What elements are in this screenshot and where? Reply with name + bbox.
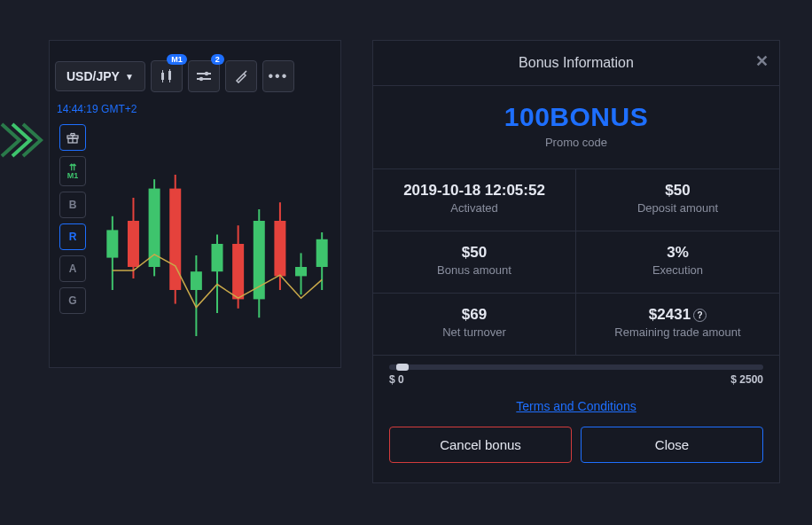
activated-value: 2019-10-18 12:05:52 [382,182,566,200]
turnover-cell: $69 Net turnover [373,294,576,356]
svg-rect-32 [316,239,328,267]
tool-b-button[interactable]: B [59,192,86,218]
bonus-details-grid: 2019-10-18 12:05:52 Activated $50 Deposi… [373,169,779,356]
svg-rect-26 [254,221,265,299]
svg-point-5 [205,72,208,75]
bonus-value: $50 [382,244,566,262]
svg-rect-12 [106,230,118,257]
gift-button[interactable] [59,124,86,151]
caret-down-icon: ▼ [125,72,134,82]
timeframe-m1-button[interactable]: ⇈ M1 [59,156,86,186]
progress-section: $ 0 $ 2500 [373,356,779,391]
cancel-bonus-button[interactable]: Cancel bonus [389,427,572,463]
up-arrows-icon: ⇈ [69,163,76,172]
execution-label: Execution [585,263,770,277]
indicators-badge: 2 [211,54,224,65]
pair-label: USD/JPY [66,69,120,83]
brush-icon [234,69,248,83]
execution-value: 3% [585,244,770,262]
modal-title: Bonus Information [519,55,634,70]
decorative-arrows [0,122,44,158]
progress-thumb [396,364,409,371]
more-button[interactable]: ••• [262,60,294,92]
execution-cell: 3% Execution [576,231,779,294]
remaining-cell: $2431? Remaining trade amount [576,294,779,356]
bonus-label: Bonus amount [382,263,566,277]
progress-max: $ 2500 [730,373,763,386]
svg-rect-30 [295,267,307,276]
remaining-label: Remaining trade amount [585,325,770,339]
promo-section: 100BONUS Promo code [373,86,779,169]
modal-header: Bonus Information ✕ [373,41,779,86]
svg-rect-14 [128,221,139,267]
dots-icon: ••• [268,68,288,84]
remaining-value: $2431? [585,306,770,324]
pair-selector[interactable]: USD/JPY ▼ [55,61,145,91]
deposit-label: Deposit amount [585,201,770,215]
candlestick-type-button[interactable]: M1 [151,60,183,92]
turnover-label: Net turnover [382,325,566,339]
tool-a-button[interactable]: A [59,255,86,282]
sliders-icon [197,71,211,82]
svg-point-7 [199,77,203,81]
modal-actions: Cancel bonus Close [373,427,779,482]
gift-icon [66,130,80,145]
svg-rect-28 [274,221,285,276]
terms-section: Terms and Conditions [373,391,779,427]
deposit-value: $50 [585,182,770,200]
svg-rect-22 [212,244,223,271]
terms-link[interactable]: Terms and Conditions [516,399,636,413]
tool-r-button[interactable]: R [59,223,86,250]
m1-label: M1 [67,172,79,180]
candle-icon [159,68,175,84]
close-button[interactable]: Close [581,427,763,463]
svg-rect-20 [191,271,202,290]
close-icon[interactable]: ✕ [755,51,769,71]
tool-g-button[interactable]: G [59,287,86,314]
deposit-cell: $50 Deposit amount [576,169,779,231]
timeframe-badge: M1 [167,54,187,65]
promo-code: 100BONUS [384,102,769,132]
activated-label: Activated [382,201,566,215]
chart-toolbar: USD/JPY ▼ M1 2 ••• [55,60,294,92]
bonus-cell: $50 Bonus amount [373,231,576,294]
indicators-button[interactable]: 2 [188,60,220,92]
candlestick-chart[interactable] [102,129,332,359]
chart-timestamp: 14:44:19 GMT+2 [57,103,137,115]
drawing-tools-button[interactable] [225,60,257,92]
progress-min: $ 0 [389,373,404,386]
turnover-value: $69 [382,306,566,324]
promo-code-label: Promo code [384,136,769,149]
bonus-modal: Bonus Information ✕ 100BONUS Promo code … [372,40,780,483]
activated-cell: 2019-10-18 12:05:52 Activated [373,169,576,231]
help-icon[interactable]: ? [693,309,707,322]
chart-side-tools: ⇈ M1 B R A G [59,124,86,314]
svg-rect-24 [232,244,244,299]
progress-bar[interactable] [389,364,763,370]
